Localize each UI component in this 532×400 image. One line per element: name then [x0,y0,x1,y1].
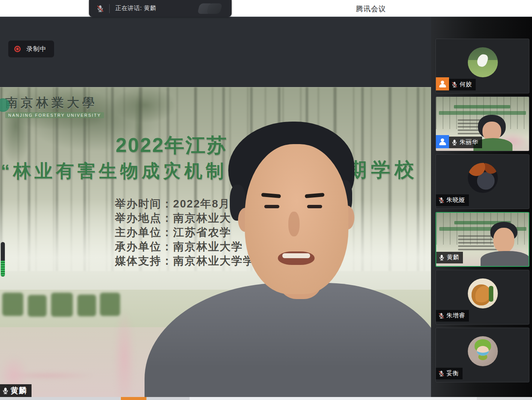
recording-badge[interactable]: 录制中 [8,41,54,57]
record-icon [14,46,21,52]
hedge-topiary [0,293,128,325]
taskbar-orange-segment [121,397,146,400]
slide-info-block: 举办时间：2022年8月 举办地点：南京林业大 主办单位：江苏省农学 承办单位：… [115,197,255,268]
slide-info-line: 举办时间：2022年8月 [115,197,255,211]
avatar [468,47,498,77]
mic-icon [451,139,458,146]
mic-icon [2,387,9,394]
recording-label: 录制中 [26,45,47,53]
speaking-status-text: 正在讲话: 黄麟 [115,5,156,12]
avatar [468,278,498,308]
person-icon [439,81,446,87]
participant-name: 何姣 [460,81,472,89]
avatar [468,163,498,193]
participant-tile-zhuzengrui[interactable]: 朱增睿 [436,270,529,325]
participant-name: 朱晓娅 [446,196,465,204]
muted-mic-icon[interactable] [96,5,104,12]
university-logo: 南京林業大學 NANJING FORESTRY UNIVERSITY [5,95,104,118]
slide-info-line: 主办单位：江苏省农学 [115,225,255,239]
muted-mic-icon [451,81,458,88]
participant-tile-zhuxiaoya[interactable]: 朱晓娅 [436,154,529,209]
muted-mic-icon [438,313,445,319]
participant-nametag: 朱丽华 [449,137,482,148]
window-titlebar: 腾讯会议 [0,0,532,17]
taskbar-right-segment [477,397,532,400]
person-icon [439,138,446,145]
toolbar-divider [109,4,110,13]
speaking-toolbar: 正在讲话: 黄麟 [89,0,232,17]
mic-icon [439,254,445,261]
slide-info-line: 举办地点：南京林业大 [115,211,255,225]
slide-info-line: 媒体支持：南京林业大学学 [115,254,255,268]
host-badge-orange [436,77,449,90]
tencent-meeting-logo-icon [199,3,223,15]
host-badge-blue [436,135,449,148]
participant-thumbnail-list: 何姣 朱丽华 [436,39,529,382]
avatar [468,336,498,366]
slide-title-line2-right: 暑期学校 [324,157,418,183]
participant-nametag: 朱增睿 [436,310,469,322]
slide-info-line: 承办单位：南京林业大学 [115,239,255,254]
tencent-meeting-window: 腾讯会议 正在讲话: 黄麟 录制中 南京林業大學 NANJING FORESTR… [0,0,532,400]
participant-nametag: 朱晓娅 [436,194,469,206]
participant-tile-tuoheng[interactable]: 妥衡 [436,328,529,382]
participant-name: 朱丽华 [460,138,478,146]
participant-nametag: 何姣 [449,79,476,90]
participant-tile-hejiao[interactable]: 何姣 [436,39,529,93]
bottom-edge-strip [0,397,532,400]
university-name-en: NANJING FORESTRY UNIVERSITY [5,112,104,118]
audio-level-meter [1,242,5,277]
app-title: 腾讯会议 [356,4,386,14]
participant-nametag: 黄麟 [436,252,463,263]
participant-tile-zhulihua[interactable]: 朱丽华 [436,96,529,151]
participant-name: 妥衡 [446,370,459,377]
slide-title-line2-left: “林业有害生物成灾机制 [1,159,227,183]
muted-mic-icon [438,370,445,377]
main-video-stage: 南京林業大學 NANJING FORESTRY UNIVERSITY 2022年… [0,87,431,397]
participant-tile-huanglin-active[interactable]: 黄麟 [436,212,529,267]
university-name-cn: 南京林業大學 [5,95,104,111]
stage-speaker-nametag: 黄麟 [0,384,32,397]
participant-name: 黄麟 [447,254,459,262]
slide-title-line1: 2022年江苏 [116,132,228,159]
muted-mic-icon [438,197,445,203]
taskbar-light-segment [190,397,477,400]
participant-name: 朱增睿 [446,312,465,320]
stage-speaker-name: 黄麟 [11,385,27,396]
participant-nametag: 妥衡 [436,368,463,379]
participants-sidebar: 何姣 朱丽华 [431,17,532,400]
